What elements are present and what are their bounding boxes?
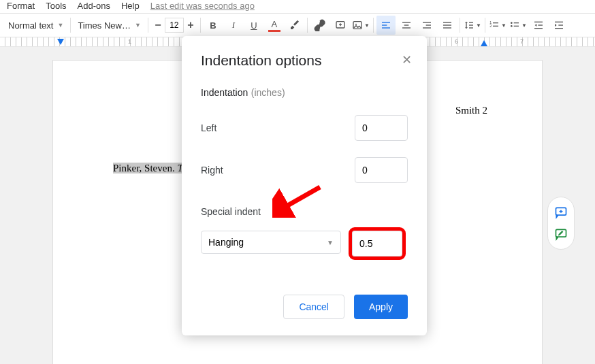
insert-link-button[interactable] xyxy=(310,16,329,35)
text-color-button[interactable]: A xyxy=(265,16,284,35)
line-spacing-icon xyxy=(464,20,475,31)
numbered-list-icon: 12 xyxy=(489,20,500,31)
special-indent-input[interactable] xyxy=(352,231,402,257)
chevron-down-icon: ▼ xyxy=(501,22,506,29)
svg-point-24 xyxy=(511,22,513,24)
link-icon xyxy=(314,19,326,31)
ruler-left-indent-marker[interactable] xyxy=(57,39,64,45)
ruler-number: 7 xyxy=(520,38,524,45)
ruler-number: 1 xyxy=(128,38,131,45)
align-center-button[interactable] xyxy=(397,16,416,35)
toolbar: Normal text ▼ Times New… ▼ − + B I U A ▼ xyxy=(0,13,595,37)
increase-indent-icon xyxy=(553,20,564,31)
right-indent-input[interactable] xyxy=(355,157,408,183)
bulleted-list-icon xyxy=(509,20,520,31)
chevron-down-icon: ▼ xyxy=(476,22,481,29)
add-comment-side-button[interactable] xyxy=(548,201,574,223)
left-indent-input[interactable] xyxy=(355,115,408,141)
paragraph-style-select[interactable]: Normal text ▼ xyxy=(4,16,67,35)
font-family-select[interactable]: Times New… ▼ xyxy=(74,16,144,35)
numbered-list-button[interactable]: 12 ▼ xyxy=(488,16,507,35)
highlight-color-button[interactable] xyxy=(285,16,304,35)
svg-point-25 xyxy=(511,25,513,27)
image-icon xyxy=(352,20,363,31)
decrease-indent-button[interactable] xyxy=(529,16,548,35)
align-left-icon xyxy=(381,20,391,31)
bold-button[interactable]: B xyxy=(204,16,223,35)
special-indent-value: Hanging xyxy=(208,237,244,248)
page-header-right: Smith 2 xyxy=(455,105,487,116)
dialog-close-button[interactable]: ✕ xyxy=(402,52,412,67)
chevron-down-icon: ▼ xyxy=(135,22,141,29)
comment-plus-icon xyxy=(335,20,346,31)
align-right-button[interactable] xyxy=(417,16,436,35)
left-indent-label: Left xyxy=(201,122,216,133)
menu-bar: Format Tools Add-ons Help Last edit was … xyxy=(0,0,595,11)
line-spacing-button[interactable]: ▼ xyxy=(463,16,482,35)
suggest-edit-icon xyxy=(554,227,568,241)
font-family-label: Times New… xyxy=(78,20,131,31)
ruler-right-indent-marker[interactable] xyxy=(481,40,487,46)
comment-plus-icon xyxy=(554,205,568,219)
special-indent-label: Special indent xyxy=(201,206,408,217)
suggest-edits-side-button[interactable] xyxy=(548,223,574,245)
decrease-indent-icon xyxy=(533,20,544,31)
chevron-down-icon: ▼ xyxy=(521,22,527,29)
italic-button[interactable]: I xyxy=(224,16,243,35)
align-justify-icon xyxy=(442,20,453,31)
last-edit-link[interactable]: Last edit was seconds ago xyxy=(150,1,255,11)
svg-text:2: 2 xyxy=(489,24,492,28)
dialog-title: Indentation options xyxy=(201,52,408,69)
chevron-down-icon: ▼ xyxy=(57,22,63,29)
chevron-down-icon: ▼ xyxy=(364,22,370,29)
side-tools-panel xyxy=(547,197,575,250)
svg-point-4 xyxy=(355,24,357,25)
align-center-icon xyxy=(401,20,412,31)
align-justify-button[interactable] xyxy=(438,16,457,35)
increase-indent-button[interactable] xyxy=(549,16,568,35)
chevron-down-icon: ▼ xyxy=(327,239,334,246)
indentation-unit-label: (inches) xyxy=(251,87,285,98)
menu-help[interactable]: Help xyxy=(121,1,140,11)
font-size-increase-button[interactable]: + xyxy=(184,17,197,33)
bulleted-list-button[interactable]: ▼ xyxy=(509,16,528,35)
font-size-decrease-button[interactable]: − xyxy=(151,17,165,33)
highlight-icon xyxy=(289,20,300,31)
align-right-icon xyxy=(421,20,432,31)
font-size-input[interactable] xyxy=(165,18,184,33)
ruler-number: 6 xyxy=(455,38,458,45)
cancel-button[interactable]: Cancel xyxy=(283,295,344,319)
insert-image-button[interactable]: ▼ xyxy=(351,16,370,35)
menu-format[interactable]: Format xyxy=(7,1,35,11)
insert-comment-button[interactable] xyxy=(331,16,350,35)
apply-button[interactable]: Apply xyxy=(354,295,408,319)
right-indent-label: Right xyxy=(201,165,223,176)
special-indent-select[interactable]: Hanging ▼ xyxy=(201,231,341,254)
menu-addons[interactable]: Add-ons xyxy=(78,1,110,11)
menu-tools[interactable]: Tools xyxy=(46,1,66,11)
paragraph-style-label: Normal text xyxy=(8,20,53,31)
align-left-button[interactable] xyxy=(376,16,396,35)
underline-button[interactable]: U xyxy=(244,16,263,35)
indentation-options-dialog: Indentation options ✕ Indentation (inche… xyxy=(182,36,427,335)
indentation-section-label: Indentation xyxy=(201,87,248,98)
